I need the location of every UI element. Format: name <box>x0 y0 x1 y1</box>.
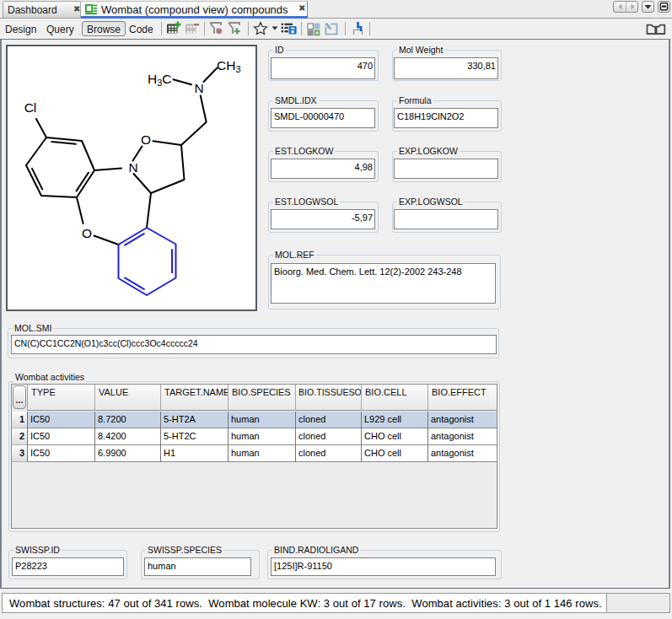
svg-text:O: O <box>141 132 151 147</box>
svg-text:CH3: CH3 <box>217 58 241 74</box>
svg-text:N: N <box>129 160 138 175</box>
svg-text:Cl: Cl <box>24 100 37 115</box>
svg-text:H3C: H3C <box>148 72 172 88</box>
svg-text:N: N <box>195 81 204 95</box>
svg-text:O: O <box>82 226 92 240</box>
